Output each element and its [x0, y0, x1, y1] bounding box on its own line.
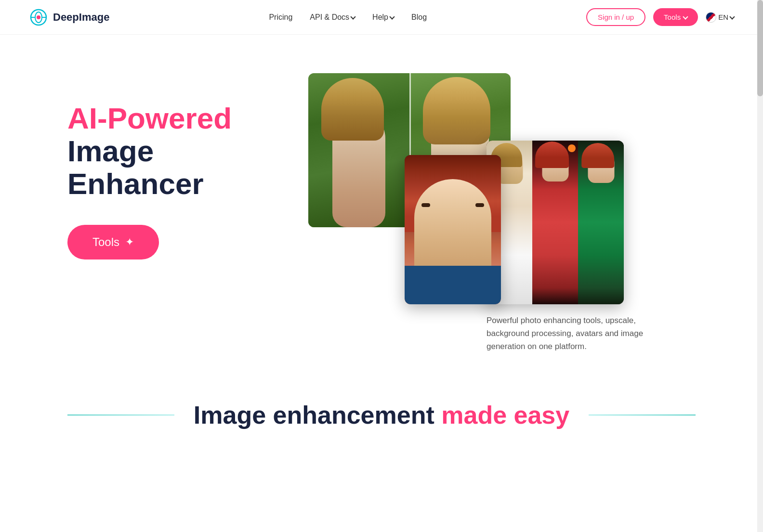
group-figure-2 [532, 141, 578, 304]
collage-left-panel [308, 73, 409, 227]
logo-icon [29, 8, 48, 27]
sparkle-icon: ✦ [125, 236, 134, 248]
hero-section: AI-Powered Image Enhancer Tools ✦ [0, 35, 763, 372]
eye-right [475, 203, 484, 207]
svg-point-2 [37, 15, 40, 19]
hero-title-pink: AI-Powered [67, 102, 232, 135]
eye-left [421, 203, 430, 207]
nav-right: Sign in / up Tools EN [586, 8, 734, 26]
api-docs-chevron-icon [350, 14, 355, 19]
section-divider: Image enhancement made easy [0, 372, 763, 449]
hero-image-collage: Powerful photo enhancing tools, upscale,… [308, 73, 696, 343]
nav-blog[interactable]: Blog [411, 13, 427, 22]
hero-description: Powerful photo enhancing tools, upscale,… [487, 314, 670, 353]
flag-icon [706, 12, 716, 23]
hair-g3 [581, 143, 614, 168]
tools-hero-button[interactable]: Tools ✦ [67, 225, 159, 260]
portrait-shirt [405, 266, 501, 304]
section-heading: Image enhancement made easy [194, 401, 569, 429]
collage-portrait [405, 155, 501, 304]
nav-help[interactable]: Help [372, 13, 394, 22]
collage-group [487, 141, 624, 304]
help-chevron-icon [389, 14, 395, 19]
navbar: DeepImage Pricing API & Docs Help Blog S… [0, 0, 763, 35]
hair-right [423, 77, 490, 144]
lang-chevron-icon [729, 14, 735, 19]
language-selector[interactable]: EN [706, 12, 734, 23]
nav-pricing[interactable]: Pricing [269, 13, 292, 22]
divider-right [589, 415, 696, 415]
hero-left: AI-Powered Image Enhancer Tools ✦ [67, 73, 279, 260]
tools-nav-button[interactable]: Tools [653, 8, 698, 26]
group-figure-3 [578, 141, 624, 304]
nav-links: Pricing API & Docs Help Blog [269, 13, 427, 22]
signin-button[interactable]: Sign in / up [586, 8, 645, 26]
logo-text: DeepImage [53, 11, 109, 24]
hair-left [321, 78, 384, 141]
nav-api-docs[interactable]: API & Docs [310, 13, 355, 22]
hair-g2 [535, 142, 569, 168]
hero-title: AI-Powered Image Enhancer [67, 102, 279, 201]
hero-title-dark: Image Enhancer [67, 134, 204, 200]
logo[interactable]: DeepImage [29, 8, 109, 27]
scrollbar-thumb[interactable] [757, 0, 763, 96]
flower [568, 144, 576, 152]
scrollbar[interactable] [757, 0, 763, 532]
divider-left [67, 415, 174, 415]
tools-chevron-icon [683, 14, 688, 19]
